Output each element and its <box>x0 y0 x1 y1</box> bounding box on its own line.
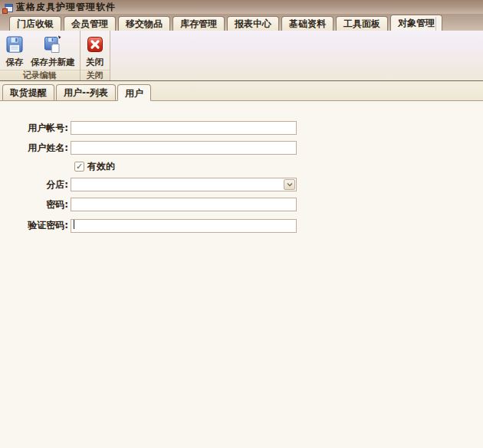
close-icon <box>85 34 105 54</box>
form-row-password: 密码: <box>0 198 483 211</box>
active-checkbox[interactable]: ✓ <box>74 162 84 172</box>
branch-dropdown-button[interactable] <box>284 179 295 190</box>
subtab-pickup-reminder[interactable]: 取货提醒 <box>2 84 54 100</box>
form-row-user-account: 用户帐号: <box>0 121 483 135</box>
password-input[interactable] <box>71 198 297 211</box>
main-tab-bar: 门店收银 会员管理 移交物品 库存管理 报表中心 基础资料 工具面板 对象管理 <box>0 14 483 31</box>
subtab-user[interactable]: 用户 <box>117 84 151 101</box>
save-and-new-button-label: 保存并新建 <box>31 57 75 68</box>
user-name-input[interactable] <box>71 141 297 155</box>
save-button[interactable]: 保存 <box>2 32 28 70</box>
ribbon-group-close: 关闭 关闭 <box>80 31 110 80</box>
form-row-confirm-password: 验证密码: <box>0 217 483 233</box>
text-caret <box>74 220 74 229</box>
form-panel: 用户帐号: 用户姓名: ✓ 有效的 分店: 密码: 验证密码: <box>0 101 483 233</box>
form-row-active: ✓ 有效的 <box>74 161 483 172</box>
tab-tool-panel[interactable]: 工具面板 <box>336 16 388 31</box>
save-new-icon <box>43 34 63 54</box>
password-label: 密码: <box>0 198 71 211</box>
active-checkbox-label: 有效的 <box>87 160 115 173</box>
tab-member-management[interactable]: 会员管理 <box>64 16 116 31</box>
close-button-label: 关闭 <box>86 57 104 68</box>
tab-basic-data[interactable]: 基础资料 <box>281 16 334 31</box>
tab-store-cashier[interactable]: 门店收银 <box>9 16 61 31</box>
tab-transfer-items[interactable]: 移交物品 <box>118 16 170 31</box>
tab-object-management[interactable]: 对象管理 <box>390 15 442 31</box>
window-title: 蓝格皮具护理管理软件 <box>16 1 116 14</box>
form-row-branch: 分店: <box>0 178 483 191</box>
save-icon <box>5 34 25 54</box>
branch-combobox[interactable] <box>71 178 297 191</box>
chevron-down-icon <box>287 183 293 187</box>
tabbar-divider <box>435 17 436 31</box>
ribbon-group-label-record-edit: 记录编辑 <box>0 70 80 80</box>
ribbon-group-record-edit: 保存 <box>0 31 80 80</box>
user-account-label: 用户帐号: <box>0 122 71 135</box>
user-name-label: 用户姓名: <box>0 142 71 155</box>
ribbon-empty-area <box>110 31 483 80</box>
ribbon-group-label-close: 关闭 <box>80 70 110 80</box>
app-icon <box>2 2 13 12</box>
subtab-user-list[interactable]: 用户--列表 <box>56 84 116 100</box>
save-and-new-button[interactable]: 保存并新建 <box>28 32 78 70</box>
confirm-password-label: 验证密码: <box>0 219 71 232</box>
form-row-user-name: 用户姓名: <box>0 141 483 155</box>
save-button-label: 保存 <box>6 57 24 68</box>
tab-report-center[interactable]: 报表中心 <box>227 16 279 31</box>
tab-inventory[interactable]: 库存管理 <box>172 16 225 31</box>
titlebar: 蓝格皮具护理管理软件 <box>0 0 483 14</box>
sub-tab-bar: 取货提醒 用户--列表 用户 <box>0 81 483 101</box>
user-account-input[interactable] <box>71 121 297 135</box>
close-button[interactable]: 关闭 <box>82 32 108 70</box>
ribbon: 保存 <box>0 31 483 81</box>
branch-label: 分店: <box>0 178 71 191</box>
confirm-password-input[interactable] <box>71 219 297 233</box>
